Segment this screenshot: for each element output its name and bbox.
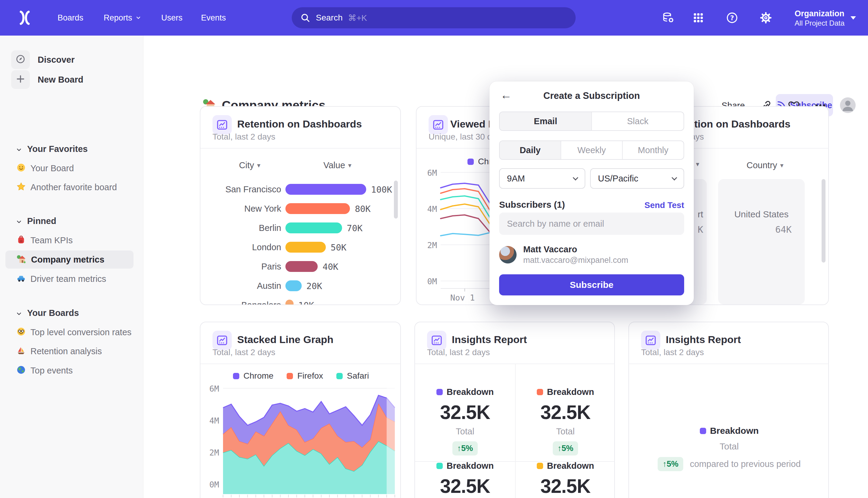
subscriber-email: matt.vaccaro@mixpanel.com xyxy=(523,255,628,265)
nav-link-users[interactable]: Users xyxy=(161,0,183,36)
search-input[interactable]: Search ⌘+K xyxy=(292,7,576,28)
card-insights-report-grid: Insights Report Total, last 2 days Break… xyxy=(414,322,615,498)
plus-icon xyxy=(11,70,30,89)
sidebar-item-driver-team-metrics[interactable]: Driver team metrics xyxy=(5,270,134,288)
modal-title: Create a Subscription xyxy=(490,90,694,101)
metric-cell[interactable]: Breakdown 32.5K Total ↑5% xyxy=(516,461,615,498)
tab-daily[interactable]: Daily xyxy=(500,141,561,159)
nav-link-reports[interactable]: Reports xyxy=(104,0,141,36)
bar xyxy=(285,280,302,291)
nerd-emoji-icon xyxy=(16,327,26,337)
apps-grid-icon[interactable] xyxy=(692,0,704,36)
legend-swatch xyxy=(537,389,543,395)
metric-summary[interactable]: Breakdown Total ↑5% compared to previous… xyxy=(629,425,829,471)
report-chart-icon xyxy=(641,331,660,350)
tab-monthly[interactable]: Monthly xyxy=(622,141,683,159)
create-subscription-modal: ← Create a Subscription Email Slack Dail… xyxy=(490,81,694,305)
avatar[interactable] xyxy=(840,97,856,113)
sidebar-item-discover[interactable]: Discover xyxy=(0,49,144,70)
mixpanel-logo[interactable] xyxy=(16,9,34,27)
caret-down-icon: ▾ xyxy=(257,161,261,169)
card-insights-report-single: Insights Report Total, last 2 days Break… xyxy=(628,322,829,498)
svg-text:?: ? xyxy=(730,14,734,22)
table-row[interactable]: New York 80K xyxy=(200,202,400,216)
org-switcher[interactable]: OrganizationAll Project Data xyxy=(795,0,856,36)
table-row[interactable]: Berlin 70K xyxy=(200,221,400,235)
x-tick: Nov 1 xyxy=(450,293,475,302)
column-header-city[interactable]: City▾ xyxy=(239,160,261,170)
table-row[interactable]: London 50K xyxy=(200,240,400,254)
data-management-icon[interactable] xyxy=(662,0,675,36)
subscriber-search-input[interactable] xyxy=(499,212,684,235)
metric-cell[interactable]: Breakdown 32.5K Total ↑5% xyxy=(415,387,515,456)
delta-badge: ↑5% xyxy=(452,441,478,456)
metric-value: 32.5K xyxy=(516,475,615,497)
column-header-hidden[interactable]: ▾ xyxy=(696,160,699,168)
sidebar-item-retention-analysis[interactable]: Retention analysis xyxy=(5,342,134,360)
card-subtitle: Total, last 2 days xyxy=(427,348,490,357)
search-icon xyxy=(300,13,310,23)
frequency-tabs: Daily Weekly Monthly xyxy=(499,141,684,160)
bar xyxy=(285,261,318,272)
table-row[interactable]: Paris 40K xyxy=(200,260,400,274)
sidebar-item-top-events[interactable]: Top events xyxy=(5,362,134,380)
subscribers-label: Subscribers (1) xyxy=(499,199,565,210)
tab-slack[interactable]: Slack xyxy=(591,112,683,130)
card-title[interactable]: Retention on Dashboards xyxy=(237,118,362,130)
sidebar-item-team-kpis[interactable]: Team KPIs xyxy=(5,231,134,249)
metric-cell[interactable]: Breakdown 32.5K Total ↑5% xyxy=(415,461,515,498)
bar xyxy=(285,300,294,305)
caret-down-icon xyxy=(851,16,856,19)
report-chart-icon xyxy=(213,115,232,134)
legend-swatch xyxy=(700,428,706,434)
legend-swatch xyxy=(437,389,443,395)
bar xyxy=(285,242,326,253)
card-retention-on-dashboards: Retention on Dashboards Total, last 2 da… xyxy=(200,106,401,305)
card-stacked-line-graph: Stacked Line Graph Total, last 2 days Ch… xyxy=(200,322,401,498)
column-header-value[interactable]: Value▾ xyxy=(323,160,351,170)
sidebar-item-your-board[interactable]: Your Board xyxy=(5,159,134,177)
tab-weekly[interactable]: Weekly xyxy=(561,141,622,159)
sidebar-item-another-favorite-board[interactable]: Another favorite board xyxy=(5,178,134,196)
metric-cell[interactable]: Breakdown 32.5K Total ↑5% xyxy=(516,387,615,456)
legend-swatch xyxy=(437,463,443,469)
scrollbar[interactable] xyxy=(822,179,826,263)
table-row[interactable]: Austin 20K xyxy=(200,279,400,293)
car-emoji-icon xyxy=(16,274,26,284)
nav-link-events[interactable]: Events xyxy=(201,0,226,36)
country-cell-united-states[interactable]: United States 64K xyxy=(718,179,805,304)
sidebar-section-your-boards[interactable]: Your Boards xyxy=(0,304,144,322)
help-icon[interactable]: ? xyxy=(726,0,738,36)
chevron-down-icon xyxy=(16,311,21,315)
scrollbar[interactable] xyxy=(394,181,398,219)
stacked-area-chart xyxy=(200,322,401,498)
card-title[interactable]: Insights Report xyxy=(452,334,527,345)
table-row[interactable]: Bangalore 10K xyxy=(200,299,400,305)
sidebar-item-top-level-conversion-rates[interactable]: Top level conversion rates xyxy=(5,323,134,341)
sidebar-item-new-board[interactable]: New Board xyxy=(0,69,144,90)
time-select[interactable]: 9AM xyxy=(499,168,585,189)
caret-down-icon: ▾ xyxy=(696,160,699,168)
subscriber-row[interactable]: Matt Vaccaro matt.vaccaro@mixpanel.com xyxy=(499,245,684,264)
delta-badge: ↑5% xyxy=(658,457,683,471)
sidebar-item-company-metrics[interactable]: Company metrics xyxy=(5,250,134,268)
chevron-down-icon xyxy=(671,175,677,180)
timezone-select[interactable]: US/Pacific xyxy=(590,168,684,189)
bar xyxy=(285,222,342,233)
send-test-link[interactable]: Send Test xyxy=(644,200,684,210)
sidebar-section-pinned[interactable]: Pinned xyxy=(0,212,144,230)
tab-email[interactable]: Email xyxy=(500,112,591,130)
subscriber-name: Matt Vaccaro xyxy=(523,245,628,254)
settings-gear-icon[interactable] xyxy=(760,0,772,36)
compass-icon xyxy=(11,50,30,69)
modal-subscribe-button[interactable]: Subscribe xyxy=(499,274,684,296)
card-title[interactable]: Insights Report xyxy=(666,334,741,345)
sidebar: Discover New Board Your Favorites Your B… xyxy=(0,36,144,498)
table-row[interactable]: San Francisco 100K xyxy=(200,183,400,197)
column-header-country[interactable]: Country▾ xyxy=(747,160,784,170)
nav-link-boards[interactable]: Boards xyxy=(57,0,83,36)
backpack-emoji-icon xyxy=(16,235,26,245)
metric-value: 32.5K xyxy=(415,401,515,423)
legend-swatch xyxy=(537,463,543,469)
sidebar-section-your-favorites[interactable]: Your Favorites xyxy=(0,140,144,158)
